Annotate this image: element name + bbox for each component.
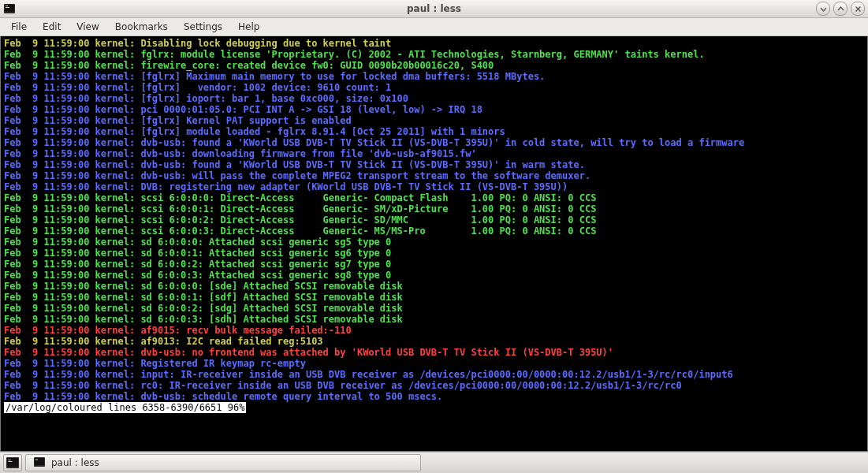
log-line: Feb 9 11:59:00 kernel: sd 6:0:0:3: [sdh]… — [4, 314, 864, 325]
log-line: Feb 9 11:59:00 kernel: sd 6:0:0:2: [sdg]… — [4, 303, 864, 314]
terminal-icon — [34, 457, 45, 468]
log-line: Feb 9 11:59:00 kernel: DVB: registering … — [4, 181, 864, 192]
log-line: Feb 9 11:59:00 kernel: rc0: IR-receiver … — [4, 380, 864, 391]
menu-settings[interactable]: Settings — [176, 20, 230, 34]
log-line: Feb 9 11:59:00 kernel: dvb-usb: found a … — [4, 137, 864, 148]
log-line: Feb 9 11:59:00 kernel: sd 6:0:0:2: Attac… — [4, 259, 864, 270]
window-controls — [816, 2, 865, 16]
taskbar: paul : less — [0, 452, 868, 473]
log-line: Feb 9 11:59:00 kernel: scsi 6:0:0:0: Dir… — [4, 192, 864, 203]
log-line: Feb 9 11:59:00 kernel: sd 6:0:0:3: Attac… — [4, 270, 864, 281]
minimize-button[interactable] — [816, 2, 830, 16]
log-line: Feb 9 11:59:00 kernel: [fglrx] Maximum m… — [4, 71, 864, 82]
svg-rect-7 — [9, 461, 13, 462]
taskbar-terminal-launcher[interactable] — [3, 454, 22, 471]
menu-view[interactable]: View — [69, 20, 106, 34]
svg-rect-5 — [7, 458, 18, 467]
less-status-line: /var/log/coloured lines 6358-6390/6651 9… — [4, 402, 864, 413]
log-line: Feb 9 11:59:00 kernel: pci 0000:01:05.0:… — [4, 104, 864, 115]
log-line: Feb 9 11:59:00 kernel: Disabling lock de… — [4, 38, 864, 49]
menu-help[interactable]: Help — [230, 20, 267, 34]
menu-bookmarks[interactable]: Bookmarks — [107, 20, 176, 34]
svg-rect-10 — [35, 460, 38, 460]
log-line: Feb 9 11:59:00 kernel: [fglrx] vendor: 1… — [4, 82, 864, 93]
log-line: Feb 9 11:59:00 kernel: [fglrx] ioport: b… — [4, 93, 864, 104]
log-line: Feb 9 11:59:00 kernel: af9013: I2C read … — [4, 336, 864, 347]
log-line: Feb 9 11:59:00 kernel: dvb-usb: will pas… — [4, 170, 864, 181]
log-line: Feb 9 11:59:00 kernel: sd 6:0:0:1: Attac… — [4, 248, 864, 259]
log-line: Feb 9 11:59:00 kernel: scsi 6:0:0:2: Dir… — [4, 214, 864, 225]
log-line: Feb 9 11:59:00 kernel: sd 6:0:0:1: [sdf]… — [4, 292, 864, 303]
svg-rect-2 — [6, 6, 8, 6]
titlebar[interactable]: paul : less — [0, 0, 868, 18]
log-line: Feb 9 11:59:00 kernel: fglrx: module lic… — [4, 49, 864, 60]
window-title: paul : less — [0, 3, 868, 14]
app-window: paul : less File Edit View Bookmarks Set… — [0, 0, 868, 473]
log-line: Feb 9 11:59:00 kernel: input: IR-receive… — [4, 369, 864, 380]
svg-rect-3 — [6, 7, 9, 8]
log-line: Feb 9 11:59:00 kernel: scsi 6:0:0:3: Dir… — [4, 225, 864, 236]
menu-edit[interactable]: Edit — [35, 20, 69, 34]
menu-file[interactable]: File — [3, 20, 35, 34]
app-icon — [3, 2, 16, 15]
log-line: Feb 9 11:59:00 kernel: dvb-usb: no front… — [4, 347, 864, 358]
log-line: Feb 9 11:59:00 kernel: [fglrx] Kernel PA… — [4, 115, 864, 126]
log-line: Feb 9 11:59:00 kernel: dvb-usb: download… — [4, 148, 864, 159]
log-line: Feb 9 11:59:00 kernel: Registered IR key… — [4, 358, 864, 369]
maximize-button[interactable] — [833, 2, 848, 16]
log-line: Feb 9 11:59:00 kernel: scsi 6:0:0:1: Dir… — [4, 203, 864, 214]
log-line: Feb 9 11:59:00 kernel: dvb-usb: found a … — [4, 159, 864, 170]
log-line: Feb 9 11:59:00 kernel: firewire_core: cr… — [4, 60, 864, 71]
menubar: File Edit View Bookmarks Settings Help — [0, 18, 868, 36]
log-line: Feb 9 11:59:00 kernel: [fglrx] module lo… — [4, 126, 864, 137]
log-line: Feb 9 11:59:00 kernel: sd 6:0:0:0: Attac… — [4, 236, 864, 248]
svg-rect-6 — [9, 460, 11, 460]
log-line: Feb 9 11:59:00 kernel: dvb-usb: schedule… — [4, 391, 864, 402]
log-line: Feb 9 11:59:00 kernel: sd 6:0:0:0: [sde]… — [4, 281, 864, 292]
log-line: Feb 9 11:59:00 kernel: af9015: recv bulk… — [4, 325, 864, 336]
taskbar-entry-label: paul : less — [51, 457, 99, 468]
close-button[interactable] — [851, 2, 865, 16]
svg-rect-9 — [35, 458, 44, 465]
taskbar-entry[interactable]: paul : less — [25, 454, 421, 471]
terminal-view[interactable]: Feb 9 11:59:00 kernel: Disabling lock de… — [0, 36, 868, 452]
